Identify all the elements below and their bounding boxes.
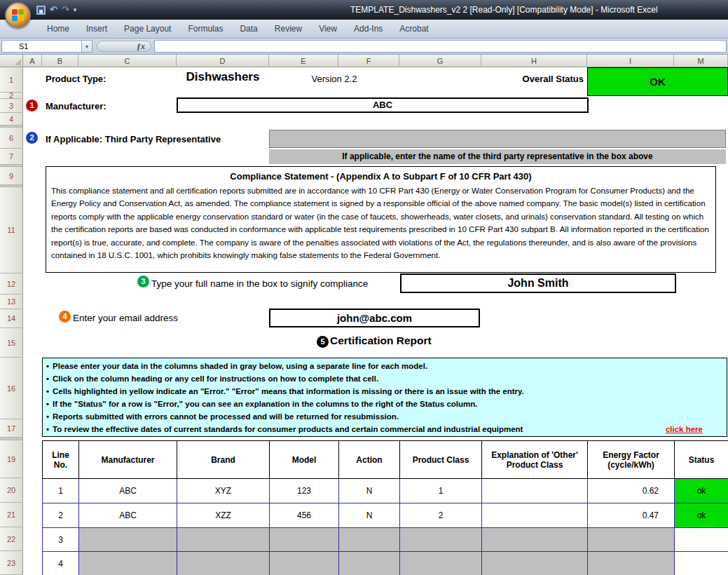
full-name-input[interactable]: John Smith	[400, 273, 676, 293]
cell-product-class[interactable]: 1	[400, 479, 482, 503]
cell-line-no[interactable]: 2	[43, 503, 79, 528]
col-header-explanation[interactable]: Explanation of 'Other' Product Class	[482, 441, 588, 479]
col-header-brand[interactable]: Brand	[177, 441, 270, 479]
column-header-a[interactable]: A	[23, 55, 42, 67]
cell-model[interactable]	[270, 552, 339, 575]
row-header-11[interactable]: 11	[0, 187, 23, 273]
cell-action[interactable]	[339, 528, 400, 552]
qat-dropdown-icon[interactable]: ▾	[74, 6, 77, 13]
cell-line-no[interactable]: 1	[43, 479, 79, 503]
column-header-f[interactable]: F	[338, 55, 399, 67]
column-header-c[interactable]: C	[78, 55, 177, 67]
row-header-16[interactable]: 16	[0, 358, 23, 419]
row-header-6[interactable]: 6	[0, 128, 23, 149]
cell-explanation[interactable]	[482, 528, 588, 552]
column-header-h[interactable]: H	[481, 55, 587, 67]
cell-product-class[interactable]	[400, 528, 482, 552]
name-box-dropdown-icon[interactable]: ▾	[82, 40, 92, 53]
row-header-13[interactable]: 13	[0, 295, 23, 309]
manufacturer-input[interactable]: ABC	[177, 97, 589, 113]
cell-line-no[interactable]: 3	[43, 528, 79, 552]
cell-action[interactable]: N	[339, 479, 400, 503]
cell-status[interactable]: ok	[675, 503, 728, 528]
click-here-link[interactable]: click here	[666, 423, 703, 435]
tab-add-ins[interactable]: Add-Ins	[345, 20, 391, 38]
row-header-7[interactable]: 7	[0, 149, 23, 165]
col-header-model[interactable]: Model	[270, 441, 339, 479]
cell-explanation[interactable]	[482, 552, 588, 575]
column-header-m[interactable]: M	[674, 55, 728, 67]
version-label: Version 2.2	[269, 74, 399, 84]
cell-energy-factor[interactable]: 0.62	[588, 479, 675, 503]
cell-energy-factor[interactable]	[588, 528, 675, 552]
col-header-product-class[interactable]: Product Class	[400, 441, 482, 479]
tab-view[interactable]: View	[310, 20, 345, 38]
redo-icon[interactable]: ↷	[62, 3, 69, 17]
tab-formulas[interactable]: Formulas	[179, 20, 231, 38]
column-header-g[interactable]: G	[399, 55, 481, 67]
cell-brand[interactable]	[177, 528, 270, 552]
col-header-line-no[interactable]: Line No.	[43, 441, 79, 479]
select-all-corner[interactable]	[0, 55, 23, 67]
col-header-energy-factor[interactable]: Energy Factor (cycle/kWh)	[588, 441, 675, 479]
tab-acrobat[interactable]: Acrobat	[391, 20, 437, 38]
cell-brand[interactable]: XYZ	[177, 479, 270, 503]
undo-icon[interactable]: ↶	[50, 3, 57, 17]
cell-manufacturer[interactable]: ABC	[79, 503, 177, 528]
row-header-21[interactable]: 21	[0, 503, 23, 527]
column-header-e[interactable]: E	[269, 55, 338, 67]
row-header-22[interactable]: 22	[0, 527, 23, 551]
name-box[interactable]: S1	[1, 40, 82, 53]
cell-product-class[interactable]: 2	[400, 503, 482, 528]
cell-action[interactable]	[339, 552, 400, 575]
row-header-2[interactable]: 2	[0, 93, 23, 99]
overall-status-badge: OK	[587, 67, 728, 96]
tab-insert[interactable]: Insert	[78, 20, 116, 38]
row-header-1[interactable]: 1	[0, 67, 23, 93]
cell-explanation[interactable]	[482, 479, 588, 503]
office-button[interactable]	[5, 2, 31, 28]
row-header-14[interactable]: 14	[0, 309, 23, 328]
cell-energy-factor[interactable]: 0.47	[588, 503, 675, 528]
column-header-i[interactable]: I	[587, 55, 674, 67]
third-party-input[interactable]	[269, 130, 726, 148]
tab-page-layout[interactable]: Page Layout	[116, 20, 179, 38]
row-header-23[interactable]: 23	[0, 551, 23, 575]
cell-model[interactable]	[270, 528, 339, 552]
cell-action[interactable]: N	[339, 503, 400, 528]
col-header-action[interactable]: Action	[339, 441, 400, 479]
cell-model[interactable]: 456	[270, 503, 339, 528]
cell-brand[interactable]: XZZ	[177, 503, 270, 528]
cell-status[interactable]: ok	[675, 479, 728, 503]
tab-home[interactable]: Home	[39, 20, 78, 38]
cell-manufacturer[interactable]: ABC	[79, 479, 177, 503]
cell-model[interactable]: 123	[270, 479, 339, 503]
col-header-manufacturer[interactable]: Manufacturer	[79, 441, 177, 479]
cell-explanation[interactable]	[482, 503, 588, 528]
cell-product-class[interactable]	[400, 552, 482, 575]
column-header-d[interactable]: D	[177, 55, 269, 67]
tab-review[interactable]: Review	[266, 20, 310, 38]
row-header-9[interactable]: 9	[0, 167, 23, 185]
cell-status[interactable]	[675, 528, 728, 552]
row-header-3[interactable]: 3	[0, 99, 23, 113]
column-header-b[interactable]: B	[42, 55, 78, 67]
row-header-15[interactable]: 15	[0, 328, 23, 358]
row-header-19[interactable]: 19	[0, 440, 23, 478]
cell-brand[interactable]	[177, 552, 270, 575]
insert-function-button[interactable]: ƒx	[97, 41, 151, 52]
row-header-17[interactable]: 17	[0, 419, 23, 438]
cell-manufacturer[interactable]	[79, 528, 177, 552]
tab-data[interactable]: Data	[231, 20, 266, 38]
formula-input[interactable]	[154, 40, 727, 53]
email-input[interactable]: john@abc.com	[269, 309, 480, 327]
col-header-status[interactable]: Status	[675, 441, 728, 479]
cell-manufacturer[interactable]	[79, 552, 177, 575]
cell-status[interactable]	[675, 552, 728, 575]
save-icon[interactable]	[36, 6, 46, 15]
row-header-20[interactable]: 20	[0, 478, 23, 503]
cell-energy-factor[interactable]	[588, 552, 675, 575]
row-header-12[interactable]: 12	[0, 273, 23, 295]
row-header-4[interactable]: 4	[0, 113, 23, 126]
cell-line-no[interactable]: 4	[43, 552, 79, 575]
